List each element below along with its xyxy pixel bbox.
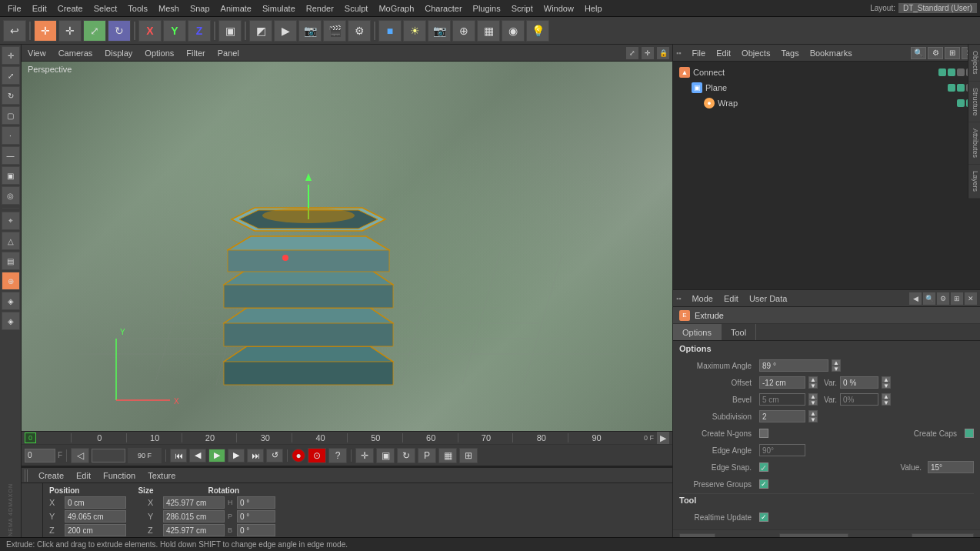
plane-dot1[interactable] — [948, 84, 955, 92]
menu-window[interactable]: Window — [539, 2, 578, 15]
menu-mograph[interactable]: MoGraph — [374, 2, 418, 15]
vp-lock-btn[interactable]: 🔒 — [657, 47, 669, 59]
bt-create[interactable]: Create — [35, 469, 67, 482]
point-mode-btn[interactable]: · — [2, 126, 20, 145]
subdivision-down[interactable]: ▼ — [808, 416, 818, 422]
auto-key-btn[interactable]: ⊙ — [308, 448, 326, 463]
go-end-btn[interactable]: ⏭ — [247, 449, 264, 463]
bt-function[interactable]: Function — [100, 469, 138, 482]
offset-input[interactable] — [759, 376, 805, 389]
max-angle-spinner[interactable]: ▲ ▼ — [832, 359, 841, 372]
bevel-input[interactable] — [759, 393, 805, 406]
attr-settings-btn[interactable]: ⚙ — [937, 292, 949, 305]
menu-simulate[interactable]: Simulate — [258, 2, 300, 15]
go-start-btn[interactable]: ⏮ — [170, 449, 187, 463]
menu-edit[interactable]: Edit — [28, 2, 52, 15]
om-objects[interactable]: Objects — [738, 47, 773, 59]
attr-expand-btn[interactable]: ⊞ — [951, 292, 963, 305]
material-button[interactable]: ◉ — [502, 20, 525, 42]
tool5-btn[interactable]: ◈ — [2, 292, 20, 310]
offset-spinner[interactable]: ▲ ▼ — [808, 376, 818, 389]
offset-var-spinner[interactable]: ▲ ▼ — [882, 376, 891, 389]
vp-menu-view[interactable]: View — [25, 47, 49, 59]
om-item-plane[interactable]: ▣ Plane — [676, 80, 977, 95]
menu-file[interactable]: File — [3, 2, 26, 15]
viewport[interactable]: Y X — [22, 62, 672, 431]
bevel-spinner[interactable]: ▲ ▼ — [808, 393, 818, 406]
subdivision-spinner[interactable]: ▲ ▼ — [808, 410, 818, 422]
menu-select[interactable]: Select — [89, 2, 122, 15]
caps-checkbox[interactable] — [965, 429, 974, 438]
scale-tool-button[interactable]: ⤢ — [83, 20, 106, 42]
menu-character[interactable]: Character — [420, 2, 466, 15]
attr-search-btn[interactable]: 🔍 — [923, 292, 935, 305]
ngons-checkbox[interactable] — [759, 429, 768, 438]
om-tags[interactable]: Tags — [778, 47, 802, 59]
tab-structure[interactable]: Structure — [968, 82, 980, 123]
bevel-var-down[interactable]: ▼ — [882, 399, 891, 406]
om-search-btn[interactable]: 🔍 — [911, 47, 926, 59]
offset-var-input[interactable] — [840, 376, 878, 389]
menu-create[interactable]: Create — [53, 2, 88, 15]
start-frame-input[interactable] — [92, 449, 125, 463]
bevel-down[interactable]: ▼ — [808, 399, 818, 406]
tool6-btn[interactable]: ◈ — [2, 312, 20, 330]
y-size-input[interactable] — [163, 510, 225, 523]
attr-back-btn[interactable]: ◀ — [909, 292, 922, 305]
loop-btn[interactable]: ↺ — [266, 449, 283, 463]
vp-menu-cameras[interactable]: Cameras — [55, 47, 96, 59]
tl-expand[interactable]: ⊞ — [459, 448, 478, 463]
render-view-button[interactable]: ◩ — [249, 20, 272, 42]
end-frame-btn[interactable]: 90 F — [128, 448, 162, 463]
render-image-button[interactable]: 📷 — [298, 20, 322, 42]
menu-render[interactable]: Render — [302, 2, 338, 15]
deformer-button[interactable]: ⊕ — [452, 20, 475, 42]
om-item-connect[interactable]: ▲ Connect — [676, 65, 977, 80]
select-sidebar-btn[interactable]: ▢ — [2, 106, 20, 125]
x-size-input[interactable] — [163, 496, 225, 509]
max-angle-input[interactable] — [759, 359, 828, 372]
om-edit[interactable]: Edit — [713, 47, 734, 59]
timeline-expand-btn[interactable]: ▶ — [657, 432, 669, 444]
drag-handle[interactable] — [25, 469, 29, 482]
menu-script[interactable]: Script — [507, 2, 538, 15]
realtime-update-checkbox[interactable]: ✓ — [759, 513, 768, 522]
tool3-btn[interactable]: ▤ — [2, 252, 20, 270]
preserve-groups-checkbox[interactable]: ✓ — [759, 479, 768, 489]
cube-button[interactable]: ■ — [378, 20, 402, 42]
vp-menu-options[interactable]: Options — [142, 47, 177, 59]
step-back-btn[interactable]: ◀ — [189, 449, 206, 463]
light-button[interactable]: ☀ — [403, 20, 426, 42]
menu-plugins[interactable]: Plugins — [468, 2, 505, 15]
frame-back-btn[interactable]: ◁ — [71, 448, 89, 463]
vp-menu-filter[interactable]: Filter — [183, 47, 208, 59]
scale-sidebar-btn[interactable]: ⤢ — [2, 66, 20, 85]
menu-help[interactable]: Help — [580, 2, 607, 15]
p-rot-input[interactable] — [237, 510, 275, 523]
attr-user-data[interactable]: User Data — [746, 292, 791, 305]
floor-button[interactable]: ▦ — [477, 20, 500, 42]
render-settings-button[interactable]: ⚙ — [348, 20, 371, 42]
menu-animate[interactable]: Animate — [216, 2, 256, 15]
vp-expand-btn[interactable]: ⤢ — [626, 47, 638, 59]
h-rot-input[interactable] — [237, 496, 275, 509]
tl-tool1[interactable]: ✛ — [355, 448, 374, 463]
rotate-sidebar-btn[interactable]: ↻ — [2, 86, 20, 105]
om-file[interactable]: File — [688, 47, 708, 59]
bt-edit[interactable]: Edit — [73, 469, 94, 482]
attr-close-btn[interactable]: ✕ — [965, 292, 977, 305]
object-mode-button[interactable]: ▣ — [218, 20, 242, 42]
z-axis-button[interactable]: Z — [188, 20, 211, 42]
tool2-btn[interactable]: △ — [2, 232, 20, 250]
menu-snap[interactable]: Snap — [185, 2, 215, 15]
om-item-wrap[interactable]: ● Wrap — [676, 95, 977, 111]
attr-mode[interactable]: Mode — [688, 292, 716, 305]
render-anim-button[interactable]: ▶ — [274, 20, 297, 42]
om-bookmarks[interactable]: Bookmarks — [807, 47, 855, 59]
record-btn[interactable]: ● — [292, 449, 305, 463]
edge-value-input[interactable] — [928, 461, 974, 473]
subdivision-input[interactable] — [759, 410, 805, 422]
play-btn[interactable]: ▶ — [208, 449, 225, 463]
x-pos-input[interactable] — [65, 496, 126, 509]
rotate-tool-button[interactable]: ↻ — [108, 20, 131, 42]
